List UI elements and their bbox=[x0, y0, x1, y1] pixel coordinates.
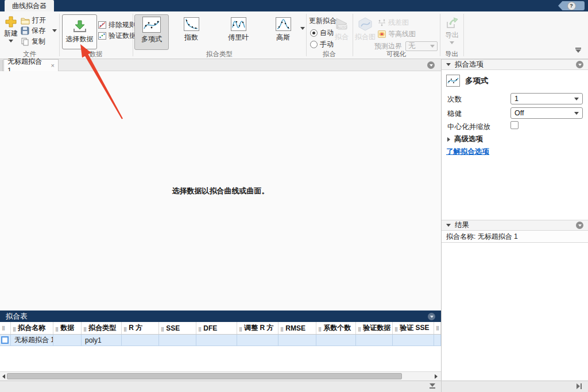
scrollbar-thumb[interactable] bbox=[7, 373, 402, 379]
fit-plot-button[interactable]: 拟合图 bbox=[354, 17, 377, 42]
drag-handle-icon bbox=[13, 324, 16, 332]
play-auto-icon: AUTO bbox=[334, 17, 349, 31]
column-drag-handle[interactable] bbox=[0, 322, 11, 334]
degree-label: 次数 bbox=[447, 95, 462, 104]
center-scale-checkbox[interactable] bbox=[510, 121, 519, 129]
export-button[interactable]: 导出 bbox=[443, 17, 461, 44]
contour-plot-button[interactable]: 等高线图 bbox=[378, 29, 416, 39]
residuals-plot-label: 残差图 bbox=[388, 18, 409, 28]
cell-adj-rsquare bbox=[237, 335, 278, 346]
fits-table-title: 拟合表 bbox=[6, 312, 28, 321]
copy-icon bbox=[21, 37, 29, 46]
drag-handle-icon bbox=[198, 324, 202, 332]
fit-options-header[interactable]: 拟合选项 bbox=[442, 59, 588, 70]
export-section-label: 导出 bbox=[440, 50, 463, 59]
scroll-left-icon[interactable] bbox=[2, 374, 5, 379]
collapse-right-icon bbox=[577, 383, 580, 389]
titlebar: 曲线拟合器 ? bbox=[0, 0, 588, 11]
tabstrip-grip bbox=[0, 60, 3, 71]
drag-handle-icon bbox=[239, 324, 242, 332]
ribbon: 新建 打开 保存 复制 文件 选择数据 bbox=[0, 11, 588, 59]
chevron-down-icon[interactable] bbox=[52, 29, 57, 32]
residuals-plot-icon bbox=[378, 19, 386, 26]
radio-selected-icon bbox=[310, 29, 318, 37]
document-actions-button[interactable] bbox=[427, 61, 435, 69]
fit-options-title: 拟合选项 bbox=[455, 60, 483, 69]
cell-trailing bbox=[434, 335, 441, 346]
column-header-adj-rsquare[interactable]: 调整 R 方 bbox=[237, 322, 278, 334]
exclusion-rules-label: 排除规则 bbox=[109, 20, 136, 30]
cell-validation-sse bbox=[393, 335, 434, 346]
results-header[interactable]: 结果 bbox=[442, 220, 588, 231]
fits-table-actions-button[interactable] bbox=[428, 313, 435, 320]
center-scale-label: 中心化并缩放 bbox=[447, 122, 490, 132]
select-data-button[interactable]: 选择数据 bbox=[62, 14, 97, 49]
scroll-right-icon[interactable] bbox=[435, 374, 438, 379]
open-button[interactable]: 打开 bbox=[21, 15, 46, 25]
column-header-coeff-count[interactable]: 系数个数 bbox=[316, 322, 356, 334]
column-header-dfe[interactable]: DFE bbox=[196, 322, 237, 334]
app-ribbon-tab[interactable]: 曲线拟合器 bbox=[5, 0, 54, 11]
results-title: 结果 bbox=[455, 220, 469, 230]
collapse-triangle-icon bbox=[446, 224, 451, 227]
gaussian-label: 高斯 bbox=[276, 33, 290, 42]
close-tab-icon[interactable]: × bbox=[51, 62, 55, 69]
model-type-label: 多项式 bbox=[465, 76, 489, 86]
document-tab-untitled-fit[interactable]: 无标题拟合 1 × bbox=[3, 59, 59, 71]
robust-select[interactable]: Off bbox=[510, 107, 583, 119]
column-header-rmse[interactable]: RMSE bbox=[278, 322, 316, 334]
row-selected-indicator bbox=[1, 336, 9, 344]
fit-type-exponential-button[interactable]: 指数 bbox=[176, 15, 207, 49]
fit-type-polynomial-button[interactable]: 多项式 bbox=[134, 14, 169, 50]
fit-plot-icon bbox=[358, 17, 373, 31]
row-selector-cell[interactable] bbox=[0, 335, 11, 346]
column-header-validation-sse[interactable]: 验证 SSE bbox=[393, 322, 434, 334]
polynomial-label: 多项式 bbox=[141, 34, 162, 44]
column-header-fit-name[interactable]: 拟合名称 bbox=[11, 322, 53, 334]
collapse-down-icon bbox=[430, 383, 435, 387]
fit-options-actions-button[interactable] bbox=[576, 61, 583, 68]
column-header-rsquare[interactable]: R 方 bbox=[122, 322, 159, 334]
fit-type-gallery-expand-button[interactable] bbox=[300, 30, 305, 38]
advanced-options-expander[interactable]: 高级选项 bbox=[447, 134, 483, 144]
exclusion-rules-button[interactable]: 排除规则 bbox=[98, 20, 136, 30]
column-header-data[interactable]: 数据 bbox=[53, 322, 82, 334]
results-actions-button[interactable] bbox=[576, 222, 583, 229]
column-header-sse[interactable]: SSE bbox=[159, 322, 196, 334]
contour-plot-icon bbox=[378, 30, 386, 38]
fit-button[interactable]: AUTO 拟合 bbox=[332, 17, 351, 42]
column-header-fit-type[interactable]: 拟合类型 bbox=[82, 322, 122, 334]
validation-data-button[interactable]: 验证数据 bbox=[98, 31, 136, 41]
residuals-plot-button[interactable]: 残差图 bbox=[378, 18, 409, 28]
collapse-right-panel-button[interactable] bbox=[577, 383, 582, 389]
horizontal-scrollbar[interactable] bbox=[0, 371, 441, 381]
auto-fit-radio[interactable]: 自动 bbox=[310, 28, 334, 38]
contour-plot-label: 等高线图 bbox=[388, 29, 416, 39]
exclusion-rules-icon bbox=[98, 21, 106, 29]
drag-handle-icon bbox=[161, 324, 164, 332]
manual-fit-radio[interactable]: 手动 bbox=[310, 40, 334, 49]
fourier-label: 傅里叶 bbox=[228, 33, 249, 42]
copy-button[interactable]: 复制 bbox=[21, 37, 45, 46]
chevron-down-icon bbox=[578, 64, 582, 66]
collapse-ribbon-button[interactable] bbox=[575, 48, 581, 53]
data-section-label: 数据 bbox=[59, 50, 133, 59]
save-button[interactable]: 保存 bbox=[21, 26, 57, 36]
table-row[interactable]: 无标题拟合 1 poly1 bbox=[0, 335, 441, 346]
fit-type-gaussian-button[interactable]: 高斯 bbox=[268, 15, 299, 49]
new-plus-icon bbox=[5, 16, 17, 28]
radio-unselected-icon bbox=[310, 41, 318, 48]
chevron-down-icon bbox=[450, 41, 454, 44]
cell-sse bbox=[159, 335, 196, 346]
help-button[interactable]: ? bbox=[558, 1, 585, 10]
degree-select[interactable]: 1 bbox=[510, 93, 583, 104]
drag-handle-icon bbox=[394, 324, 398, 332]
column-header-validation-data[interactable]: 验证数据 bbox=[356, 322, 393, 334]
fit-type-fourier-button[interactable]: 傅里叶 bbox=[222, 15, 255, 49]
column-drag-handle[interactable] bbox=[434, 322, 441, 334]
open-folder-icon bbox=[21, 17, 30, 25]
collapse-table-panel-button[interactable] bbox=[430, 383, 435, 389]
new-button[interactable]: 新建 bbox=[2, 16, 20, 42]
collapse-triangle-icon bbox=[446, 63, 451, 66]
learn-fit-options-link[interactable]: 了解拟合选项 bbox=[446, 147, 489, 157]
